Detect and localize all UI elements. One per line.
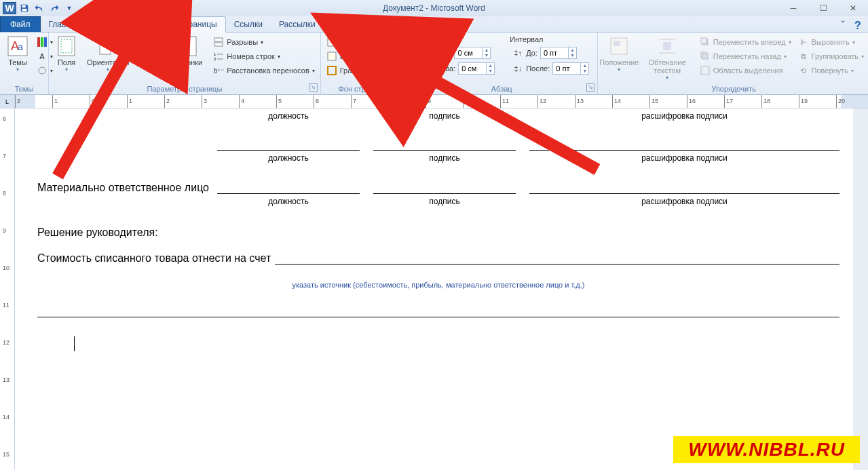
svg-rect-27	[614, 41, 620, 46]
svg-text:A: A	[329, 40, 333, 45]
label-decipher-3: расшифровка подписи	[529, 197, 839, 206]
page-setup-dialog-launcher[interactable]: ↘	[309, 83, 318, 92]
indent-right-input[interactable]: ▲▼	[458, 62, 495, 75]
page-borders-button[interactable]: Границы страниц	[324, 64, 402, 77]
label-decipher-1: расшифровка подписи	[529, 111, 839, 121]
tab-references[interactable]: Ссылки	[226, 17, 271, 32]
horizontal-ruler[interactable]: 2101234567891011121314151617181920212223…	[15, 95, 868, 108]
watermark-button[interactable]: AПодложка ▾	[324, 35, 402, 49]
paragraph-dialog-launcher[interactable]: ↘	[586, 83, 595, 92]
spacing-before-icon: ‡↑	[512, 47, 523, 58]
tab-review[interactable]: Рецензирование	[324, 17, 403, 32]
maximize-button[interactable]: ☐	[808, 0, 838, 16]
size-button[interactable]: Размер▾	[134, 34, 168, 74]
undo-icon[interactable]	[33, 2, 46, 14]
ruler-row: L 21012345678910111213141516171819202122…	[0, 95, 868, 109]
tab-home[interactable]: Главная	[41, 17, 88, 32]
responsible-label: Материально ответственное лицо	[37, 182, 217, 194]
file-tab[interactable]: Файл	[0, 16, 41, 32]
svg-rect-0	[22, 5, 26, 8]
group-themes-label: Темы	[3, 83, 45, 94]
window-title: Документ2 - Microsoft Word	[0, 3, 868, 13]
writeoff-label: Стоимость списанного товара отнести на с…	[37, 252, 271, 265]
minimize-button[interactable]: ─	[778, 0, 808, 16]
page-color-button[interactable]: Цвет страницы ▾	[324, 50, 402, 63]
themes-button[interactable]: Aa Темы▾	[3, 34, 33, 74]
sigline-position-3	[217, 182, 360, 194]
writeoff-line	[275, 252, 839, 265]
save-icon[interactable]	[18, 2, 31, 14]
sigline-position-2	[217, 138, 360, 151]
svg-rect-32	[701, 38, 706, 43]
selection-pane-button: Область выделения	[697, 64, 794, 77]
indent-left-row: ≡←Слева:▲▼	[411, 45, 497, 60]
wrap-text-button: Обтекание текстом▾	[639, 34, 695, 82]
margins-button[interactable]: Поля▾	[52, 34, 81, 74]
svg-rect-24	[328, 52, 336, 60]
indent-right-icon: →≡	[414, 63, 425, 74]
watermark-label: WWW.NIBBL.RU	[673, 436, 860, 463]
spacing-before-row: ‡↑До:▲▼	[510, 45, 592, 60]
indent-right-row: →≡Справа:▲▼	[411, 61, 497, 76]
ribbon-tabs: Файл Главная Вставка Разметка страницы С…	[0, 16, 868, 33]
vertical-ruler[interactable]: 6789101112131415	[0, 109, 15, 470]
document-area: 6789101112131415 должность подпись расши…	[0, 109, 868, 470]
group-themes: Aa Темы▾ ▾ A▾ ▾ Темы	[0, 33, 49, 94]
spacing-before-input[interactable]: ▲▼	[540, 47, 577, 59]
bring-forward-button: Переместить вперед ▾	[697, 35, 794, 49]
line-numbers-button[interactable]: 12Номера строк ▾	[210, 50, 317, 63]
writeoff-note: указать источник (себестоимость, прибыль…	[37, 281, 839, 289]
help-icon[interactable]: ?	[852, 20, 864, 32]
label-position-1: должность	[217, 111, 360, 121]
spacing-after-row: ‡↓После:▲▼	[510, 61, 592, 76]
svg-rect-14	[180, 37, 187, 56]
label-decipher-2: расшифровка подписи	[529, 153, 839, 163]
orientation-button[interactable]: Ориентация▾	[83, 34, 133, 74]
indent-left-input[interactable]: ▲▼	[454, 47, 491, 59]
tab-mailings[interactable]: Рассылки	[271, 17, 324, 32]
ruler-corner[interactable]: L	[0, 95, 15, 108]
svg-text:2: 2	[214, 57, 216, 61]
svg-rect-6	[41, 37, 43, 47]
columns-button[interactable]: Колонки▾	[170, 34, 206, 74]
document-page[interactable]: должность подпись расшифровка подписи до…	[15, 109, 853, 470]
hyphenation-button[interactable]: bᶜ⁻Расстановка переносов ▾	[210, 64, 317, 77]
title-bar: W ▼ Документ2 - Microsoft Word ─ ☐ ✕	[0, 0, 868, 16]
tab-view[interactable]: Вид	[402, 17, 434, 32]
qat-dropdown-icon[interactable]: ▼	[62, 2, 76, 14]
decision-label: Решение руководителя:	[37, 227, 839, 239]
tab-insert[interactable]: Вставка	[88, 17, 134, 32]
quick-access-toolbar: W ▼	[0, 2, 76, 14]
minimize-ribbon-icon[interactable]: ˇ	[837, 20, 849, 32]
svg-rect-5	[37, 37, 40, 47]
label-position-2: должность	[217, 153, 360, 163]
sigline-decipher-2	[529, 138, 839, 151]
position-button: Положение▾	[601, 34, 637, 74]
sigline-signature-3	[373, 182, 516, 194]
group-page-setup-label: Параметры страницы	[52, 83, 318, 94]
svg-rect-12	[105, 37, 117, 46]
close-button[interactable]: ✕	[838, 0, 868, 16]
tab-page-layout[interactable]: Разметка страницы	[134, 16, 226, 33]
ribbon: Aa Темы▾ ▾ A▾ ▾ Темы Поля▾ Ориентация▾ Р…	[0, 33, 868, 95]
group-page-background-label: Фон страницы	[324, 83, 402, 94]
redo-icon[interactable]	[48, 2, 61, 14]
label-signature-1: подпись	[373, 111, 516, 121]
spacing-after-input[interactable]: ▲▼	[552, 62, 589, 75]
full-line	[37, 305, 839, 317]
word-icon[interactable]: W	[3, 2, 16, 14]
rotate-button: ⟲Повернуть ▾	[795, 64, 867, 77]
group-paragraph: Отступ ≡←Слева:▲▼ →≡Справа:▲▼ Интервал ‡…	[406, 33, 598, 94]
breaks-button[interactable]: Разрывы ▾	[210, 35, 317, 49]
svg-rect-17	[214, 43, 223, 46]
group-arrange-label: Упорядочить	[601, 83, 867, 94]
svg-rect-25	[328, 66, 336, 75]
group-arrange: Положение▾ Обтекание текстом▾ Переместит…	[598, 33, 868, 94]
svg-point-8	[39, 67, 45, 74]
label-position-3: должность	[217, 197, 360, 206]
label-signature-2: подпись	[373, 153, 516, 163]
svg-rect-13	[145, 37, 158, 56]
spacing-after-icon: ‡↓	[512, 63, 523, 74]
label-signature-3: подпись	[373, 197, 516, 206]
svg-rect-16	[214, 38, 223, 41]
